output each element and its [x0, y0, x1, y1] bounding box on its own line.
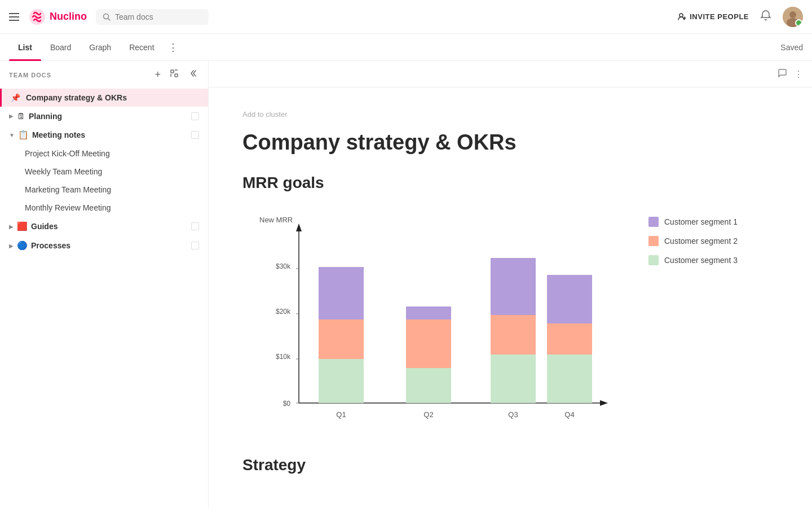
guides-label: Guides — [31, 222, 58, 231]
search-input[interactable] — [115, 12, 194, 21]
guides-checkbox[interactable] — [191, 222, 199, 230]
avatar[interactable] — [783, 7, 803, 27]
tab-recent[interactable]: Recent — [120, 34, 163, 61]
sidebar-group-meeting-notes-header[interactable]: ▼ 📋 Meeting notes — [0, 125, 208, 144]
add-to-cluster[interactable]: Add to cluster — [242, 110, 778, 119]
sidebar-group-guides-header[interactable]: ▶ 🟥 Guides — [0, 217, 208, 236]
list-item[interactable]: Marketing Team Meeting — [14, 181, 208, 199]
content-area: Add to cluster Company strategy & OKRs M… — [209, 87, 812, 508]
tab-graph[interactable]: Graph — [80, 34, 120, 61]
chevron-down-icon: ▼ — [9, 132, 15, 138]
hamburger-menu[interactable] — [9, 13, 19, 21]
legend-item-seg3: Customer segment 3 — [648, 255, 738, 265]
svg-point-8 — [787, 18, 799, 27]
meeting-notes-label: Meeting notes — [32, 130, 85, 139]
legend-color-seg3 — [648, 255, 659, 265]
planning-emoji: 🗓 — [17, 111, 25, 121]
saved-indicator: Saved — [780, 43, 803, 52]
legend-label-seg2: Customer segment 2 — [664, 237, 738, 246]
top-nav: Nuclino INVITE PEOPLE — [0, 0, 812, 34]
search-icon — [103, 13, 111, 21]
search-area[interactable] — [96, 9, 209, 25]
child-label: Weekly Team Meeting — [25, 167, 102, 176]
bar-q4-seg3 — [547, 354, 592, 403]
svg-text:Q2: Q2 — [423, 410, 433, 419]
main-layout: TEAM DOCS + 📌 Company strategy & OKRs ▶ … — [0, 61, 812, 508]
svg-text:Q1: Q1 — [336, 410, 346, 419]
logo: Nuclino — [28, 8, 87, 26]
svg-marker-16 — [296, 224, 302, 231]
legend-color-seg2 — [648, 236, 659, 246]
svg-point-7 — [789, 11, 796, 18]
bar-chart: New MRR $0 $10k $ — [242, 205, 626, 433]
sidebar-title: TEAM DOCS — [9, 72, 51, 78]
invite-people-button[interactable]: INVITE PEOPLE — [677, 12, 749, 21]
child-label: Project Kick-Off Meeting — [25, 149, 110, 158]
mrr-goals-heading: MRR goals — [242, 174, 778, 192]
tab-more-button[interactable]: ⋮ — [164, 34, 183, 61]
list-item[interactable]: Weekly Team Meeting — [14, 163, 208, 181]
chevron-right-icon: ▶ — [9, 224, 14, 230]
svg-rect-10 — [175, 74, 178, 77]
logo-text: Nuclino — [50, 11, 87, 23]
processes-emoji: 🔵 — [17, 240, 28, 251]
planning-label: Planning — [29, 112, 62, 121]
chevron-right-icon: ▶ — [9, 243, 14, 249]
sidebar-actions: + — [152, 68, 199, 82]
sidebar: TEAM DOCS + 📌 Company strategy & OKRs ▶ … — [0, 61, 209, 508]
svg-text:$30k: $30k — [276, 262, 291, 270]
sidebar-item-company-strategy[interactable]: 📌 Company strategy & OKRs — [0, 89, 208, 107]
bar-q1-seg1 — [319, 267, 364, 319]
bar-q3-seg3 — [491, 354, 536, 403]
chart-container: New MRR $0 $10k $ — [242, 205, 778, 433]
tab-board[interactable]: Board — [41, 34, 80, 61]
sidebar-expand-button[interactable] — [167, 68, 181, 82]
planning-checkbox[interactable] — [191, 112, 199, 120]
processes-label: Processes — [31, 241, 70, 250]
bar-q1-seg2 — [319, 319, 364, 359]
sidebar-collapse-button[interactable] — [186, 68, 199, 82]
more-options-icon[interactable]: ⋮ — [794, 69, 803, 80]
bell-icon — [760, 10, 771, 21]
bar-q3-seg2 — [491, 315, 536, 354]
list-item[interactable]: Project Kick-Off Meeting — [14, 144, 208, 163]
sidebar-group-planning-header[interactable]: ▶ 🗓 Planning — [0, 107, 208, 125]
svg-marker-17 — [600, 400, 608, 406]
child-label: Monthly Review Meeting — [25, 203, 111, 212]
notifications-button[interactable] — [760, 10, 771, 24]
svg-text:Q4: Q4 — [564, 410, 574, 419]
tab-bar: List Board Graph Recent ⋮ Saved — [0, 34, 812, 61]
sidebar-group-processes-header[interactable]: ▶ 🔵 Processes — [0, 236, 208, 255]
sidebar-group-planning: ▶ 🗓 Planning — [0, 107, 208, 125]
child-label: Marketing Team Meeting — [25, 185, 111, 194]
avatar-image — [783, 7, 803, 27]
guides-emoji: 🟥 — [17, 221, 28, 231]
legend-color-seg1 — [648, 217, 659, 227]
sidebar-header: TEAM DOCS + — [0, 61, 208, 89]
tab-list[interactable]: List — [9, 34, 41, 61]
processes-checkbox[interactable] — [191, 242, 199, 249]
doc-title: Company strategy & OKRs — [242, 130, 778, 156]
sidebar-group-guides: ▶ 🟥 Guides — [0, 217, 208, 236]
pin-icon: 📌 — [11, 93, 20, 102]
sidebar-item-label: Company strategy & OKRs — [26, 93, 199, 102]
comment-icon[interactable] — [777, 68, 787, 80]
sidebar-add-button[interactable]: + — [152, 68, 163, 82]
list-item[interactable]: Monthly Review Meeting — [14, 199, 208, 217]
svg-text:$20k: $20k — [276, 308, 291, 316]
svg-point-3 — [679, 14, 683, 17]
bar-q3-seg1 — [491, 258, 536, 315]
svg-text:New MRR: New MRR — [259, 216, 293, 224]
bar-q2-seg3 — [406, 368, 451, 403]
bar-q2-seg1 — [406, 306, 451, 319]
sidebar-group-meeting-notes: ▼ 📋 Meeting notes Project Kick-Off Meeti… — [0, 125, 208, 217]
logo-icon — [28, 8, 46, 26]
svg-text:$10k: $10k — [276, 353, 291, 361]
bar-q2-seg2 — [406, 319, 451, 368]
svg-text:Q3: Q3 — [508, 410, 518, 419]
sidebar-group-processes: ▶ 🔵 Processes — [0, 236, 208, 255]
chart-svg: New MRR $0 $10k $ — [242, 205, 626, 431]
bar-q4-seg2 — [547, 323, 592, 354]
legend-item-seg1: Customer segment 1 — [648, 217, 738, 227]
meeting-notes-checkbox[interactable] — [191, 131, 199, 139]
